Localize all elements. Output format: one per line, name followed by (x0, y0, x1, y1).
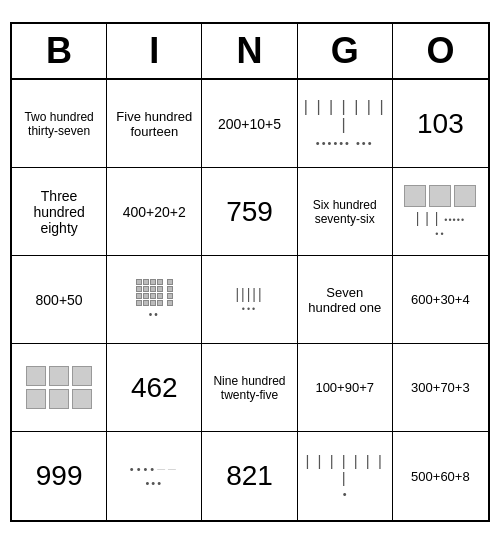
cell-9: | | | ••••• •• (393, 168, 488, 256)
cell-23-tally: | | | | | | | | • (302, 452, 388, 500)
cell-3-tally: | | | | | | | | •••••• ••• (302, 98, 388, 149)
cell-4-text: 103 (417, 108, 464, 140)
bingo-header: B I N G O (12, 24, 488, 80)
cell-12: ||||| ••• (202, 256, 297, 344)
cell-5: Three hundred eighty (12, 168, 107, 256)
cell-15-blocks (26, 366, 92, 409)
cell-6-text: 400+20+2 (123, 204, 186, 220)
cell-16: 462 (107, 344, 202, 432)
cell-11-blocks: •• (136, 279, 173, 320)
cell-17-text: Nine hundred twenty-five (206, 374, 292, 402)
cell-19: 300+70+3 (393, 344, 488, 432)
header-i: I (107, 24, 202, 78)
cell-11: •• (107, 256, 202, 344)
cell-0-text: Two hundred thirty-seven (16, 110, 102, 138)
header-g: G (298, 24, 393, 78)
cell-7-text: 759 (226, 196, 273, 228)
cell-18-text: 100+90+7 (315, 380, 374, 395)
header-n: N (202, 24, 297, 78)
bingo-card: B I N G O Two hundred thirty-seven Five … (10, 22, 490, 522)
cell-17: Nine hundred twenty-five (202, 344, 297, 432)
cell-21: ••••── ••• (107, 432, 202, 520)
cell-3: | | | | | | | | •••••• ••• (298, 80, 393, 168)
cell-2: 200+10+5 (202, 80, 297, 168)
header-b: B (12, 24, 107, 78)
cell-20: 999 (12, 432, 107, 520)
cell-13-text: Seven hundred one (302, 285, 388, 315)
cell-6: 400+20+2 (107, 168, 202, 256)
bingo-grid: Two hundred thirty-seven Five hundred fo… (12, 80, 488, 520)
cell-19-text: 300+70+3 (411, 380, 470, 395)
cell-4: 103 (393, 80, 488, 168)
cell-16-text: 462 (131, 372, 178, 404)
cell-1: Five hundred fourteen (107, 80, 202, 168)
cell-15 (12, 344, 107, 432)
cell-8-text: Six hundred seventy-six (302, 198, 388, 226)
cell-18: 100+90+7 (298, 344, 393, 432)
cell-7: 759 (202, 168, 297, 256)
cell-2-text: 200+10+5 (218, 116, 281, 132)
cell-14: 600+30+4 (393, 256, 488, 344)
cell-0: Two hundred thirty-seven (12, 80, 107, 168)
cell-23: | | | | | | | | • (298, 432, 393, 520)
cell-12-tally: ||||| ••• (235, 286, 263, 314)
cell-9-blocks: | | | ••••• •• (404, 185, 476, 239)
cell-8: Six hundred seventy-six (298, 168, 393, 256)
cell-5-text: Three hundred eighty (16, 188, 102, 236)
cell-22-text: 821 (226, 460, 273, 492)
cell-10-text: 800+50 (36, 292, 83, 308)
cell-24-text: 500+60+8 (411, 469, 470, 484)
cell-21-dots: ••••── ••• (130, 463, 179, 489)
cell-14-text: 600+30+4 (411, 292, 470, 307)
cell-22: 821 (202, 432, 297, 520)
header-o: O (393, 24, 488, 78)
cell-1-text: Five hundred fourteen (111, 109, 197, 139)
cell-24: 500+60+8 (393, 432, 488, 520)
cell-20-text: 999 (36, 460, 83, 492)
cell-10: 800+50 (12, 256, 107, 344)
cell-13: Seven hundred one (298, 256, 393, 344)
